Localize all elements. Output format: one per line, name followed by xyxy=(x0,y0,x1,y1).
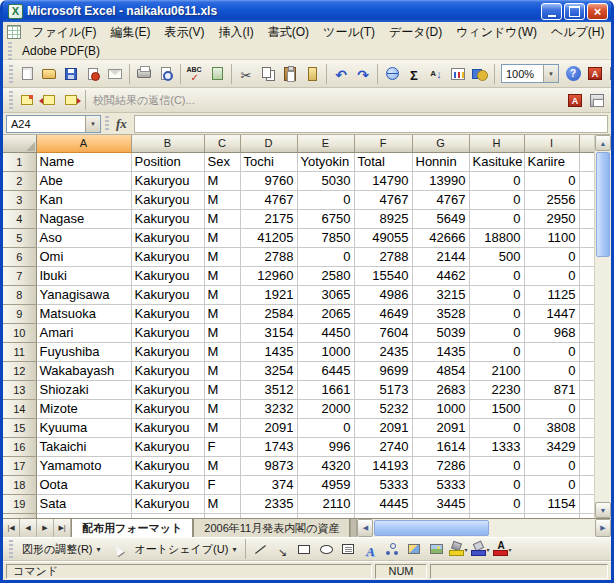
cell[interactable]: 1125 xyxy=(524,285,579,304)
cell[interactable]: 15540 xyxy=(354,266,412,285)
cell[interactable]: 0 xyxy=(297,190,354,209)
cell[interactable]: 0 xyxy=(297,418,354,437)
cell[interactable]: Aso xyxy=(36,228,131,247)
cell[interactable]: 7604 xyxy=(354,323,412,342)
insert-comment-button[interactable] xyxy=(17,90,37,110)
fill-color-button[interactable]: ▾ xyxy=(448,539,468,559)
cell[interactable]: Kasituke xyxy=(469,152,524,171)
vertical-scroll-track[interactable] xyxy=(595,258,611,502)
cell[interactable]: Kakuryou xyxy=(131,361,204,380)
cell[interactable]: 5173 xyxy=(354,380,412,399)
cell[interactable]: 6750 xyxy=(297,209,354,228)
menu-item[interactable]: 編集(E) xyxy=(103,22,157,43)
cell[interactable]: 2110 xyxy=(297,494,354,513)
cell[interactable] xyxy=(579,494,594,513)
cell[interactable]: 0 xyxy=(469,209,524,228)
scroll-left-arrow-icon[interactable] xyxy=(357,519,373,537)
zoom-dropdown-arrow-icon[interactable] xyxy=(543,65,558,82)
cell[interactable]: 4767 xyxy=(412,190,469,209)
cell[interactable]: M xyxy=(204,323,240,342)
horizontal-scroll-track[interactable] xyxy=(490,519,595,537)
cell[interactable]: Tochi xyxy=(240,152,297,171)
insert-function-button[interactable]: fx xyxy=(113,116,130,132)
cell[interactable]: 0 xyxy=(524,171,579,190)
cell[interactable] xyxy=(579,342,594,361)
picture-button[interactable] xyxy=(426,539,446,559)
cell[interactable]: 4767 xyxy=(240,190,297,209)
menu-item[interactable]: 書式(O) xyxy=(261,22,316,43)
cell[interactable]: 3232 xyxy=(240,399,297,418)
row-header-2[interactable]: 2 xyxy=(3,171,36,190)
cell[interactable]: 1100 xyxy=(524,228,579,247)
cell[interactable]: Mizote xyxy=(36,399,131,418)
cell[interactable]: 0 xyxy=(469,323,524,342)
row-header-7[interactable]: 7 xyxy=(3,266,36,285)
cell[interactable]: M xyxy=(204,209,240,228)
cell[interactable]: 0 xyxy=(297,247,354,266)
row-header-19[interactable]: 19 xyxy=(3,494,36,513)
format-painter-button[interactable] xyxy=(302,64,322,84)
cell[interactable]: 1614 xyxy=(412,437,469,456)
menu-item[interactable]: 挿入(I) xyxy=(211,22,260,43)
cell[interactable] xyxy=(579,190,594,209)
previous-comment-button[interactable] xyxy=(39,90,59,110)
cell[interactable]: M xyxy=(204,380,240,399)
cell[interactable]: 4445 xyxy=(354,494,412,513)
rectangle-button[interactable] xyxy=(294,539,314,559)
cell[interactable] xyxy=(579,437,594,456)
cell[interactable]: 3528 xyxy=(412,304,469,323)
cell[interactable]: Takaichi xyxy=(36,437,131,456)
cell[interactable]: Position xyxy=(131,152,204,171)
chart-wizard-button[interactable] xyxy=(448,64,468,84)
column-header-F[interactable]: F xyxy=(354,135,412,152)
select-all-corner[interactable] xyxy=(3,135,36,152)
cell[interactable]: 0 xyxy=(469,266,524,285)
cell[interactable]: 9699 xyxy=(354,361,412,380)
row-header-16[interactable]: 16 xyxy=(3,437,36,456)
row-header-4[interactable]: 4 xyxy=(3,209,36,228)
arrow-button[interactable] xyxy=(272,539,292,559)
cell[interactable]: Fuyushiba xyxy=(36,342,131,361)
cell[interactable]: 0 xyxy=(469,171,524,190)
cell[interactable]: Kakuryou xyxy=(131,475,204,494)
cell[interactable]: 2000 xyxy=(297,399,354,418)
cell[interactable]: F xyxy=(204,437,240,456)
cell[interactable]: Name xyxy=(36,152,131,171)
cell[interactable]: 2584 xyxy=(240,304,297,323)
cell[interactable] xyxy=(579,171,594,190)
cell[interactable]: 5232 xyxy=(354,399,412,418)
hyperlink-button[interactable] xyxy=(382,64,402,84)
cell[interactable]: 1000 xyxy=(297,342,354,361)
cell[interactable]: 4450 xyxy=(297,323,354,342)
cell[interactable]: 374 xyxy=(240,475,297,494)
redo-button[interactable] xyxy=(353,64,373,84)
scroll-right-arrow-icon[interactable] xyxy=(595,519,611,537)
row-header-3[interactable]: 3 xyxy=(3,190,36,209)
zoom-control[interactable]: 100% xyxy=(501,64,559,83)
cell[interactable]: M xyxy=(204,228,240,247)
toolbar-grip[interactable] xyxy=(9,91,13,109)
cell[interactable]: Kakuryou xyxy=(131,247,204,266)
column-header-C[interactable]: C xyxy=(204,135,240,152)
cell[interactable]: 500 xyxy=(469,247,524,266)
save-button[interactable] xyxy=(61,64,81,84)
cell[interactable]: 0 xyxy=(524,247,579,266)
cell[interactable]: 2788 xyxy=(240,247,297,266)
cell[interactable]: 2091 xyxy=(412,418,469,437)
pdf-email-button[interactable] xyxy=(587,90,607,110)
create-pdf-button[interactable] xyxy=(585,64,605,84)
cell[interactable]: 1661 xyxy=(297,380,354,399)
cell[interactable]: 0 xyxy=(524,475,579,494)
drawing-button[interactable] xyxy=(470,64,490,84)
cell[interactable]: M xyxy=(204,304,240,323)
name-box[interactable]: A24 xyxy=(6,115,101,133)
line-color-button[interactable]: ▾ xyxy=(470,539,490,559)
open-button[interactable] xyxy=(39,64,59,84)
cell[interactable] xyxy=(579,456,594,475)
cell[interactable]: Kakuryou xyxy=(131,323,204,342)
cell[interactable]: 7850 xyxy=(297,228,354,247)
column-header-B[interactable]: B xyxy=(131,135,204,152)
cell[interactable]: Yamamoto xyxy=(36,456,131,475)
cell[interactable]: 4854 xyxy=(412,361,469,380)
autoshape-button[interactable]: オートシェイプ(U) xyxy=(129,540,243,559)
